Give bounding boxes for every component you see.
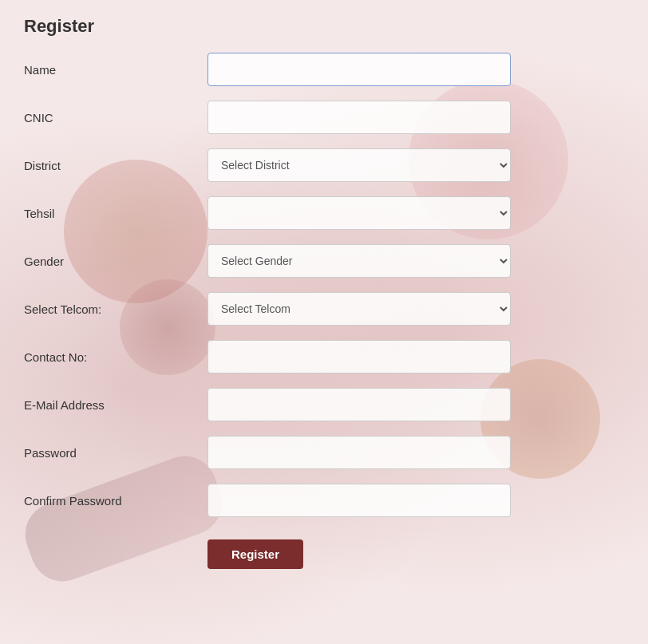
cnic-input[interactable] bbox=[207, 101, 511, 134]
confirm-password-input[interactable] bbox=[207, 484, 511, 517]
confirm-password-label: Confirm Password bbox=[24, 494, 207, 508]
password-row: Password bbox=[24, 436, 583, 469]
register-form: Name CNIC District Select District Lahor… bbox=[24, 53, 583, 569]
cnic-label: CNIC bbox=[24, 111, 207, 124]
telcom-label: Select Telcom: bbox=[24, 302, 207, 316]
email-input[interactable] bbox=[207, 388, 511, 421]
tehsil-label: Tehsil bbox=[24, 207, 207, 220]
tehsil-row: Tehsil bbox=[24, 196, 583, 230]
password-input[interactable] bbox=[207, 436, 511, 469]
tehsil-select[interactable] bbox=[207, 196, 511, 230]
password-label: Password bbox=[24, 446, 207, 460]
gender-label: Gender bbox=[24, 255, 207, 268]
confirm-password-row: Confirm Password bbox=[24, 484, 583, 517]
register-button[interactable]: Register bbox=[207, 539, 303, 569]
contact-label: Contact No: bbox=[24, 350, 207, 364]
email-label: E-Mail Address bbox=[24, 398, 207, 412]
name-label: Name bbox=[24, 63, 207, 77]
name-input[interactable] bbox=[207, 53, 511, 86]
district-row: District Select District Lahore Karachi … bbox=[24, 148, 583, 182]
district-select[interactable]: Select District Lahore Karachi Islamabad… bbox=[207, 148, 511, 182]
email-row: E-Mail Address bbox=[24, 388, 583, 421]
district-label: District bbox=[24, 159, 207, 172]
telcom-select[interactable]: Select Telcom Jazz Telenor Ufone Zong PT… bbox=[207, 292, 511, 326]
name-row: Name bbox=[24, 53, 583, 86]
gender-select[interactable]: Select Gender Male Female Other bbox=[207, 244, 511, 278]
contact-row: Contact No: bbox=[24, 340, 583, 373]
contact-input[interactable] bbox=[207, 340, 511, 373]
cnic-row: CNIC bbox=[24, 101, 583, 134]
page-title: Register bbox=[24, 16, 94, 37]
telcom-row: Select Telcom: Select Telcom Jazz Teleno… bbox=[24, 292, 583, 326]
gender-row: Gender Select Gender Male Female Other bbox=[24, 244, 583, 278]
